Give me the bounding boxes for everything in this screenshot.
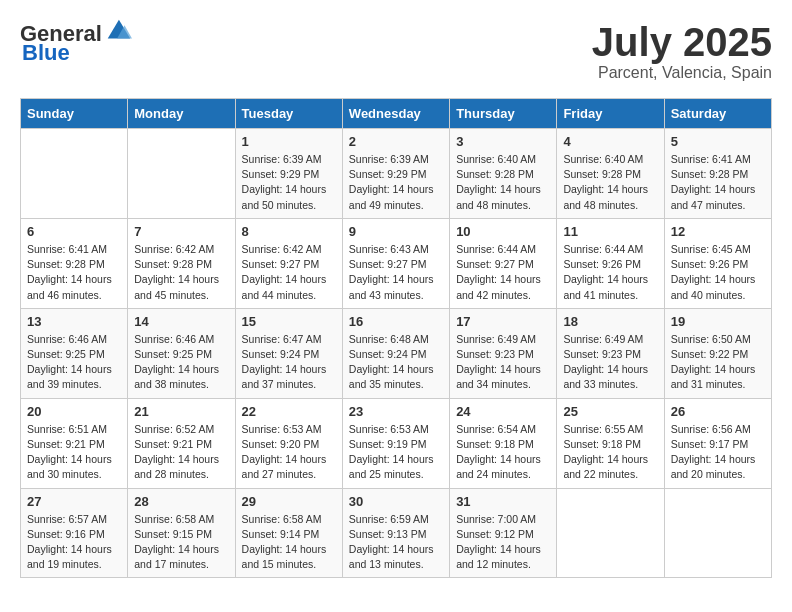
day-cell: 26Sunrise: 6:56 AM Sunset: 9:17 PM Dayli… xyxy=(664,398,771,488)
day-info: Sunrise: 6:56 AM Sunset: 9:17 PM Dayligh… xyxy=(671,422,765,483)
day-cell: 16Sunrise: 6:48 AM Sunset: 9:24 PM Dayli… xyxy=(342,308,449,398)
day-number: 30 xyxy=(349,494,443,509)
day-cell: 11Sunrise: 6:44 AM Sunset: 9:26 PM Dayli… xyxy=(557,218,664,308)
day-info: Sunrise: 6:41 AM Sunset: 9:28 PM Dayligh… xyxy=(27,242,121,303)
day-cell: 3Sunrise: 6:40 AM Sunset: 9:28 PM Daylig… xyxy=(450,129,557,219)
day-cell: 18Sunrise: 6:49 AM Sunset: 9:23 PM Dayli… xyxy=(557,308,664,398)
day-cell: 21Sunrise: 6:52 AM Sunset: 9:21 PM Dayli… xyxy=(128,398,235,488)
day-info: Sunrise: 6:42 AM Sunset: 9:28 PM Dayligh… xyxy=(134,242,228,303)
title-block: July 2025 Parcent, Valencia, Spain xyxy=(592,20,772,82)
day-cell: 10Sunrise: 6:44 AM Sunset: 9:27 PM Dayli… xyxy=(450,218,557,308)
day-number: 7 xyxy=(134,224,228,239)
day-cell xyxy=(557,488,664,578)
page-header: General Blue July 2025 Parcent, Valencia… xyxy=(20,20,772,82)
day-info: Sunrise: 6:49 AM Sunset: 9:23 PM Dayligh… xyxy=(456,332,550,393)
day-number: 20 xyxy=(27,404,121,419)
logo-blue: Blue xyxy=(22,40,70,66)
day-number: 17 xyxy=(456,314,550,329)
day-info: Sunrise: 6:42 AM Sunset: 9:27 PM Dayligh… xyxy=(242,242,336,303)
day-cell: 9Sunrise: 6:43 AM Sunset: 9:27 PM Daylig… xyxy=(342,218,449,308)
week-row-5: 27Sunrise: 6:57 AM Sunset: 9:16 PM Dayli… xyxy=(21,488,772,578)
calendar-header-row: SundayMondayTuesdayWednesdayThursdayFrid… xyxy=(21,99,772,129)
day-cell: 12Sunrise: 6:45 AM Sunset: 9:26 PM Dayli… xyxy=(664,218,771,308)
day-number: 4 xyxy=(563,134,657,149)
day-cell: 8Sunrise: 6:42 AM Sunset: 9:27 PM Daylig… xyxy=(235,218,342,308)
day-number: 16 xyxy=(349,314,443,329)
day-cell: 13Sunrise: 6:46 AM Sunset: 9:25 PM Dayli… xyxy=(21,308,128,398)
day-info: Sunrise: 6:48 AM Sunset: 9:24 PM Dayligh… xyxy=(349,332,443,393)
day-info: Sunrise: 6:40 AM Sunset: 9:28 PM Dayligh… xyxy=(456,152,550,213)
day-number: 14 xyxy=(134,314,228,329)
day-number: 21 xyxy=(134,404,228,419)
day-info: Sunrise: 6:46 AM Sunset: 9:25 PM Dayligh… xyxy=(27,332,121,393)
col-header-wednesday: Wednesday xyxy=(342,99,449,129)
day-number: 13 xyxy=(27,314,121,329)
day-number: 25 xyxy=(563,404,657,419)
day-number: 11 xyxy=(563,224,657,239)
day-info: Sunrise: 6:45 AM Sunset: 9:26 PM Dayligh… xyxy=(671,242,765,303)
day-number: 29 xyxy=(242,494,336,509)
day-number: 19 xyxy=(671,314,765,329)
day-number: 18 xyxy=(563,314,657,329)
day-number: 9 xyxy=(349,224,443,239)
day-number: 31 xyxy=(456,494,550,509)
title-month: July 2025 xyxy=(592,20,772,64)
day-number: 22 xyxy=(242,404,336,419)
day-cell: 24Sunrise: 6:54 AM Sunset: 9:18 PM Dayli… xyxy=(450,398,557,488)
day-info: Sunrise: 6:39 AM Sunset: 9:29 PM Dayligh… xyxy=(242,152,336,213)
day-cell: 17Sunrise: 6:49 AM Sunset: 9:23 PM Dayli… xyxy=(450,308,557,398)
day-info: Sunrise: 6:41 AM Sunset: 9:28 PM Dayligh… xyxy=(671,152,765,213)
day-info: Sunrise: 6:49 AM Sunset: 9:23 PM Dayligh… xyxy=(563,332,657,393)
day-info: Sunrise: 6:40 AM Sunset: 9:28 PM Dayligh… xyxy=(563,152,657,213)
day-number: 28 xyxy=(134,494,228,509)
calendar-table: SundayMondayTuesdayWednesdayThursdayFrid… xyxy=(20,98,772,578)
day-info: Sunrise: 7:00 AM Sunset: 9:12 PM Dayligh… xyxy=(456,512,550,573)
day-cell xyxy=(21,129,128,219)
day-cell: 4Sunrise: 6:40 AM Sunset: 9:28 PM Daylig… xyxy=(557,129,664,219)
day-info: Sunrise: 6:44 AM Sunset: 9:26 PM Dayligh… xyxy=(563,242,657,303)
col-header-thursday: Thursday xyxy=(450,99,557,129)
day-info: Sunrise: 6:51 AM Sunset: 9:21 PM Dayligh… xyxy=(27,422,121,483)
day-number: 12 xyxy=(671,224,765,239)
day-cell: 6Sunrise: 6:41 AM Sunset: 9:28 PM Daylig… xyxy=(21,218,128,308)
day-number: 26 xyxy=(671,404,765,419)
day-cell: 23Sunrise: 6:53 AM Sunset: 9:19 PM Dayli… xyxy=(342,398,449,488)
day-cell: 30Sunrise: 6:59 AM Sunset: 9:13 PM Dayli… xyxy=(342,488,449,578)
day-number: 1 xyxy=(242,134,336,149)
day-cell: 19Sunrise: 6:50 AM Sunset: 9:22 PM Dayli… xyxy=(664,308,771,398)
day-info: Sunrise: 6:43 AM Sunset: 9:27 PM Dayligh… xyxy=(349,242,443,303)
day-number: 23 xyxy=(349,404,443,419)
day-info: Sunrise: 6:52 AM Sunset: 9:21 PM Dayligh… xyxy=(134,422,228,483)
day-cell: 29Sunrise: 6:58 AM Sunset: 9:14 PM Dayli… xyxy=(235,488,342,578)
day-cell: 7Sunrise: 6:42 AM Sunset: 9:28 PM Daylig… xyxy=(128,218,235,308)
day-cell: 1Sunrise: 6:39 AM Sunset: 9:29 PM Daylig… xyxy=(235,129,342,219)
day-info: Sunrise: 6:58 AM Sunset: 9:14 PM Dayligh… xyxy=(242,512,336,573)
col-header-monday: Monday xyxy=(128,99,235,129)
day-number: 5 xyxy=(671,134,765,149)
day-number: 2 xyxy=(349,134,443,149)
day-info: Sunrise: 6:58 AM Sunset: 9:15 PM Dayligh… xyxy=(134,512,228,573)
col-header-friday: Friday xyxy=(557,99,664,129)
day-info: Sunrise: 6:57 AM Sunset: 9:16 PM Dayligh… xyxy=(27,512,121,573)
title-location: Parcent, Valencia, Spain xyxy=(592,64,772,82)
day-info: Sunrise: 6:50 AM Sunset: 9:22 PM Dayligh… xyxy=(671,332,765,393)
day-cell: 5Sunrise: 6:41 AM Sunset: 9:28 PM Daylig… xyxy=(664,129,771,219)
day-cell: 27Sunrise: 6:57 AM Sunset: 9:16 PM Dayli… xyxy=(21,488,128,578)
day-info: Sunrise: 6:54 AM Sunset: 9:18 PM Dayligh… xyxy=(456,422,550,483)
day-cell: 28Sunrise: 6:58 AM Sunset: 9:15 PM Dayli… xyxy=(128,488,235,578)
week-row-3: 13Sunrise: 6:46 AM Sunset: 9:25 PM Dayli… xyxy=(21,308,772,398)
week-row-1: 1Sunrise: 6:39 AM Sunset: 9:29 PM Daylig… xyxy=(21,129,772,219)
day-cell xyxy=(128,129,235,219)
day-number: 8 xyxy=(242,224,336,239)
day-cell: 31Sunrise: 7:00 AM Sunset: 9:12 PM Dayli… xyxy=(450,488,557,578)
day-info: Sunrise: 6:59 AM Sunset: 9:13 PM Dayligh… xyxy=(349,512,443,573)
day-cell: 2Sunrise: 6:39 AM Sunset: 9:29 PM Daylig… xyxy=(342,129,449,219)
day-info: Sunrise: 6:53 AM Sunset: 9:19 PM Dayligh… xyxy=(349,422,443,483)
day-cell: 22Sunrise: 6:53 AM Sunset: 9:20 PM Dayli… xyxy=(235,398,342,488)
week-row-2: 6Sunrise: 6:41 AM Sunset: 9:28 PM Daylig… xyxy=(21,218,772,308)
week-row-4: 20Sunrise: 6:51 AM Sunset: 9:21 PM Dayli… xyxy=(21,398,772,488)
day-number: 24 xyxy=(456,404,550,419)
day-info: Sunrise: 6:39 AM Sunset: 9:29 PM Dayligh… xyxy=(349,152,443,213)
day-number: 6 xyxy=(27,224,121,239)
day-number: 10 xyxy=(456,224,550,239)
